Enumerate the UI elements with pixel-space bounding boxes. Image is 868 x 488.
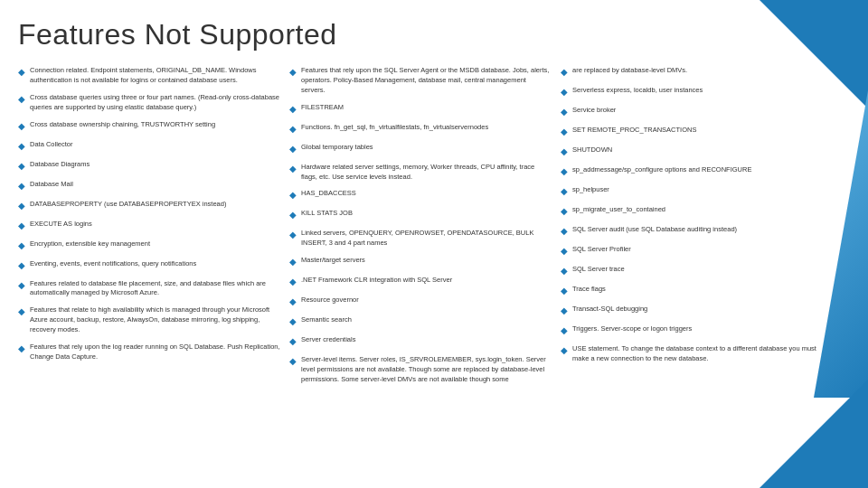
- list-item: ◆Hardware related server settings, memor…: [289, 163, 552, 183]
- item-text: Trace flags: [572, 285, 606, 295]
- bullet-icon: ◆: [18, 180, 25, 192]
- list-item: ◆SQL Server audit (use SQL Database audi…: [561, 225, 823, 238]
- item-text: Features that relate to high availabilit…: [30, 305, 280, 335]
- list-item: ◆Triggers. Server-scope or logon trigger…: [561, 324, 823, 337]
- list-item: ◆Features that rely upon the log reader …: [18, 343, 280, 362]
- bullet-icon: ◆: [289, 315, 297, 328]
- list-item: ◆sp_migrate_user_to_contained: [561, 205, 823, 218]
- bullet-icon: ◆: [561, 205, 568, 218]
- list-item: ◆sp_helpuser: [561, 185, 823, 198]
- item-text: sp_migrate_user_to_contained: [572, 205, 665, 215]
- list-item: ◆Connection related. Endpoint statements…: [18, 66, 280, 86]
- bullet-icon: ◆: [289, 163, 297, 175]
- bullet-icon: ◆: [561, 126, 568, 138]
- list-item: ◆Data Collector: [18, 140, 280, 153]
- item-text: Features related to database file placem…: [30, 279, 280, 299]
- bullet-icon: ◆: [289, 103, 297, 116]
- item-text: Features that rely upon the SQL Server A…: [301, 66, 552, 96]
- item-text: DATABASEPROPERTY (use DATABASEPROPERTYEX…: [30, 200, 226, 210]
- bullet-icon: ◆: [561, 245, 568, 258]
- list-item: ◆Transact-SQL debugging: [561, 305, 823, 317]
- bullet-icon: ◆: [18, 93, 25, 106]
- list-item: ◆Server-level items. Server roles, IS_SR…: [289, 355, 552, 385]
- bullet-icon: ◆: [18, 66, 25, 79]
- bullet-icon: ◆: [561, 66, 568, 79]
- bullet-icon: ◆: [561, 324, 568, 337]
- bullet-icon: ◆: [18, 220, 25, 232]
- column-1: ◆Connection related. Endpoint statements…: [18, 66, 280, 392]
- list-item: ◆Global temporary tables: [289, 143, 552, 155]
- bullet-icon: ◆: [289, 276, 297, 288]
- list-item: ◆Eventing, events, event notifications, …: [18, 259, 280, 272]
- bullet-icon: ◆: [561, 106, 568, 118]
- bullet-icon: ◆: [561, 86, 568, 99]
- bullet-icon: ◆: [18, 200, 25, 212]
- item-text: .NET Framework CLR integration with SQL …: [301, 276, 452, 286]
- bullet-icon: ◆: [289, 335, 297, 348]
- bullet-icon: ◆: [289, 209, 297, 221]
- bullet-icon: ◆: [289, 355, 297, 368]
- item-text: sp_addmessage/sp_configure options and R…: [572, 165, 751, 175]
- bullet-icon: ◆: [18, 160, 25, 173]
- list-item: ◆Linked servers, OPENQUERY, OPENROWSET, …: [289, 229, 552, 249]
- item-text: EXECUTE AS logins: [30, 220, 92, 230]
- item-text: Cross database queries using three or fo…: [30, 93, 280, 113]
- item-text: Encryption, extensible key management: [30, 239, 150, 249]
- bullet-icon: ◆: [18, 343, 25, 355]
- bullet-icon: ◆: [561, 265, 568, 277]
- column-2: ◆Features that rely upon the SQL Server …: [289, 66, 552, 392]
- list-item: ◆HAS_DBACCESS: [289, 189, 552, 202]
- list-item: ◆Trace flags: [561, 285, 823, 297]
- list-item: ◆Features related to database file place…: [18, 279, 280, 299]
- item-text: Eventing, events, event notifications, q…: [30, 259, 196, 269]
- list-item: ◆sp_addmessage/sp_configure options and …: [561, 165, 823, 178]
- item-text: Serverless express, localdb, user instan…: [572, 86, 703, 96]
- item-text: Cross database ownership chaining, TRUST…: [30, 120, 215, 130]
- list-item: ◆Cross database queries using three or f…: [18, 93, 280, 113]
- features-grid: ◆Connection related. Endpoint statements…: [18, 66, 823, 392]
- bullet-icon: ◆: [289, 296, 297, 308]
- item-text: Global temporary tables: [301, 143, 373, 153]
- item-text: SQL Server audit (use SQL Database audit…: [572, 225, 737, 235]
- item-text: sp_helpuser: [572, 185, 609, 195]
- list-item: ◆Master/target servers: [289, 256, 552, 268]
- bullet-icon: ◆: [18, 259, 25, 272]
- bullet-icon: ◆: [18, 140, 25, 153]
- item-text: Transact-SQL debugging: [572, 305, 647, 314]
- list-item: ◆EXECUTE AS logins: [18, 220, 280, 232]
- bullet-icon: ◆: [561, 285, 568, 297]
- list-item: ◆Serverless express, localdb, user insta…: [561, 86, 823, 99]
- item-text: SHUTDOWN: [572, 145, 612, 155]
- bullet-icon: ◆: [289, 256, 297, 268]
- item-text: Server credentials: [301, 335, 355, 345]
- item-text: Server-level items. Server roles, IS_SRV…: [301, 355, 552, 385]
- list-item: ◆Server credentials: [289, 335, 552, 348]
- item-text: Semantic search: [301, 315, 352, 325]
- item-text: Database Diagrams: [30, 160, 90, 170]
- bullet-icon: ◆: [561, 225, 568, 238]
- list-item: ◆SQL Server trace: [561, 265, 823, 277]
- item-text: Resource governor: [301, 296, 359, 305]
- item-text: SQL Server Profiler: [572, 245, 631, 255]
- bullet-icon: ◆: [18, 120, 25, 133]
- item-text: Database Mail: [30, 180, 73, 190]
- list-item: ◆Service broker: [561, 106, 823, 118]
- item-text: FILESTREAM: [301, 103, 344, 113]
- list-item: ◆DATABASEPROPERTY (use DATABASEPROPERTYE…: [18, 200, 280, 212]
- list-item: ◆Features that relate to high availabili…: [18, 305, 280, 335]
- list-item: ◆Resource governor: [289, 296, 552, 308]
- list-item: ◆USE statement. To change the database c…: [561, 344, 823, 364]
- item-text: Master/target servers: [301, 256, 365, 266]
- bullet-icon: ◆: [289, 189, 297, 202]
- bullet-icon: ◆: [18, 305, 25, 318]
- list-item: ◆SHUTDOWN: [561, 145, 823, 158]
- list-item: ◆Functions. fn_get_sql, fn_virtualfilest…: [289, 123, 552, 136]
- bullet-icon: ◆: [289, 123, 297, 136]
- item-text: Functions. fn_get_sql, fn_virtualfilesta…: [301, 123, 488, 133]
- list-item: ◆Cross database ownership chaining, TRUS…: [18, 120, 280, 133]
- bullet-icon: ◆: [561, 305, 568, 317]
- bullet-icon: ◆: [561, 344, 568, 357]
- bullet-icon: ◆: [289, 229, 297, 241]
- bullet-icon: ◆: [561, 165, 568, 178]
- bullet-icon: ◆: [561, 185, 568, 198]
